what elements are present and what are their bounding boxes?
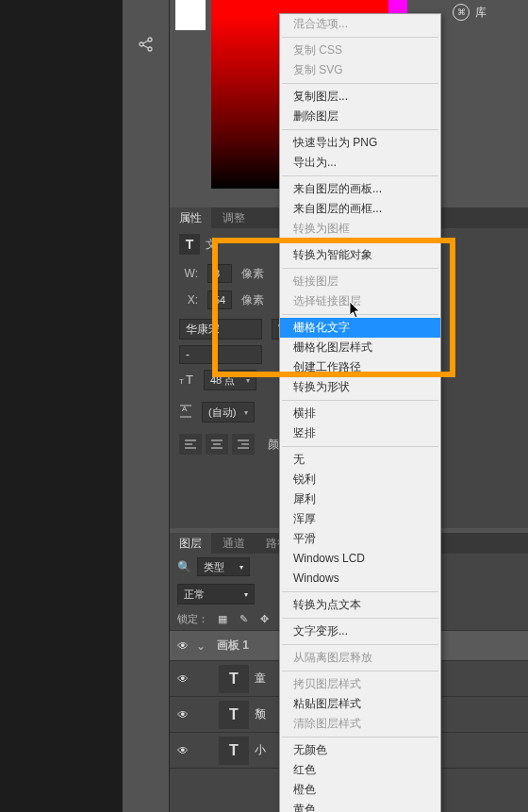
svg-point-1: [148, 38, 152, 41]
menu-select-linked[interactable]: 选择链接图层: [280, 291, 440, 311]
menu-convert-point-text[interactable]: 转换为点文本: [280, 595, 440, 615]
type-layer-thumb: T: [219, 701, 249, 729]
menu-copy-layer-style[interactable]: 拷贝图层样式: [280, 674, 440, 694]
menu-clear-layer-style[interactable]: 清除图层样式: [280, 714, 440, 734]
svg-line-4: [142, 45, 148, 48]
search-icon[interactable]: 🔍: [177, 560, 191, 573]
menu-vertical[interactable]: 竖排: [280, 423, 440, 443]
menu-artboard-from-layers[interactable]: 来自图层的画板...: [280, 179, 440, 199]
library-label[interactable]: 库: [475, 5, 487, 21]
align-left-button[interactable]: [179, 434, 202, 455]
lock-position-icon[interactable]: ✥: [257, 613, 271, 626]
foreground-swatch[interactable]: [175, 0, 206, 30]
menu-delete-layer[interactable]: 删除图层: [280, 107, 440, 126]
lock-pixels-icon[interactable]: ▦: [216, 613, 229, 626]
menu-no-color[interactable]: 无颜色: [280, 740, 440, 760]
menu-convert-smart[interactable]: 转换为智能对象: [280, 245, 440, 265]
menu-color-orange[interactable]: 橙色: [280, 780, 440, 800]
menu-frame-from-layers[interactable]: 来自图层的画框...: [280, 199, 440, 219]
artboard-name: 画板 1: [217, 638, 249, 654]
font-size-input[interactable]: 48 点▾: [204, 370, 256, 390]
tool-column: [123, 0, 170, 812]
menu-release-isolation[interactable]: 从隔离图层释放: [280, 648, 440, 668]
menu-aa-windows[interactable]: Windows: [280, 569, 440, 588]
layer-name: 颓: [255, 706, 266, 722]
type-layer-icon: T: [179, 234, 200, 255]
align-center-button[interactable]: [206, 434, 228, 455]
menu-convert-shape[interactable]: 转换为形状: [280, 377, 440, 397]
x-label: X:: [179, 293, 198, 307]
menu-aa-none[interactable]: 无: [280, 450, 440, 470]
menu-rasterize-style[interactable]: 栅格化图层样式: [280, 338, 440, 357]
width-unit: 像素: [241, 266, 264, 282]
menu-aa-windows-lcd[interactable]: Windows LCD: [280, 549, 440, 569]
menu-aa-crisp[interactable]: 犀利: [280, 489, 440, 509]
x-input[interactable]: [207, 290, 232, 309]
cc-libraries-icon[interactable]: ⌘: [453, 4, 470, 21]
layer-name: 小: [255, 742, 266, 758]
visibility-icon[interactable]: 👁: [170, 708, 196, 721]
tab-channels[interactable]: 通道: [213, 533, 255, 554]
menu-convert-frame[interactable]: 转换为图框: [280, 219, 440, 239]
menu-create-work-path[interactable]: 创建工作路径: [280, 357, 440, 377]
width-input[interactable]: [207, 264, 232, 283]
visibility-icon[interactable]: 👁: [170, 672, 196, 686]
width-label: W:: [179, 267, 198, 280]
font-family-select[interactable]: 华康宋: [179, 319, 262, 340]
leading-input[interactable]: (自动)▾: [202, 402, 255, 423]
lock-brush-icon[interactable]: ✎: [237, 613, 250, 626]
blend-mode-select[interactable]: 正常▾: [177, 584, 255, 605]
svg-point-0: [140, 42, 143, 46]
filter-kind-select[interactable]: 类型▾: [197, 557, 250, 576]
font-size-icon: TT: [179, 373, 196, 389]
menu-paste-layer-style[interactable]: 粘贴图层样式: [280, 694, 440, 714]
visibility-icon[interactable]: 👁: [170, 744, 196, 757]
menu-copy-svg[interactable]: 复制 SVG: [280, 60, 440, 80]
layer-name: 童: [255, 671, 266, 687]
menu-color-yellow[interactable]: 黄色: [280, 800, 440, 812]
svg-point-2: [148, 47, 152, 51]
type-layer-thumb: T: [219, 665, 249, 693]
library-bar: ⌘ 库: [443, 0, 528, 25]
menu-horizontal[interactable]: 横排: [280, 404, 440, 423]
menu-aa-strong[interactable]: 浑厚: [280, 509, 440, 529]
font-style-select[interactable]: -: [179, 345, 262, 364]
menu-export-as[interactable]: 导出为...: [280, 153, 440, 173]
menu-aa-smooth[interactable]: 平滑: [280, 529, 440, 549]
visibility-icon[interactable]: 👁: [170, 639, 196, 653]
menu-duplicate-layer[interactable]: 复制图层...: [280, 87, 440, 107]
tab-layers[interactable]: 图层: [170, 533, 211, 554]
menu-blend-options[interactable]: 混合选项...: [280, 14, 440, 34]
tab-properties[interactable]: 属性: [170, 207, 211, 228]
menu-copy-css[interactable]: 复制 CSS: [280, 41, 440, 60]
tab-adjustments[interactable]: 调整: [213, 207, 255, 228]
lock-label: 锁定：: [177, 612, 208, 626]
menu-aa-sharp[interactable]: 锐利: [280, 470, 440, 489]
chevron-down-icon[interactable]: ⌄: [196, 639, 213, 653]
color-label: 颜: [268, 437, 279, 453]
menu-color-red[interactable]: 红色: [280, 760, 440, 780]
svg-line-3: [142, 41, 148, 43]
menu-warp-text[interactable]: 文字变形...: [280, 621, 440, 641]
leading-icon: A: [179, 404, 194, 422]
align-right-button[interactable]: [232, 434, 255, 455]
svg-text:T: T: [186, 373, 193, 386]
svg-text:T: T: [179, 377, 184, 386]
layer-context-menu: 混合选项... 复制 CSS 复制 SVG 复制图层... 删除图层 快速导出为…: [279, 13, 441, 812]
menu-rasterize-type[interactable]: 栅格化文字: [280, 318, 440, 338]
left-dark-rail: [0, 0, 123, 812]
type-layer-label: 文: [206, 237, 217, 253]
menu-link-layers[interactable]: 链接图层: [280, 272, 440, 291]
type-layer-thumb: T: [219, 737, 249, 765]
share-icon[interactable]: [130, 28, 162, 60]
x-unit: 像素: [241, 292, 264, 308]
menu-quick-export-png[interactable]: 快速导出为 PNG: [280, 133, 440, 153]
